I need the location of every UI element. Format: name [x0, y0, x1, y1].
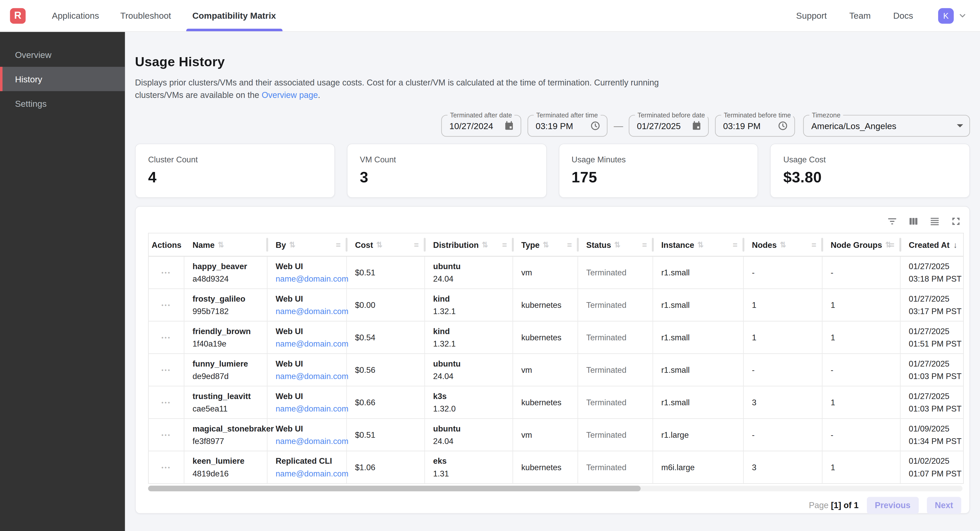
cell-nodes-value: -	[752, 429, 818, 441]
columns-icon[interactable]	[907, 216, 919, 227]
column-menu-icon[interactable]: =	[642, 240, 647, 249]
email-link[interactable]: name@domain.com	[276, 338, 342, 350]
created-by-source: Web UI	[276, 390, 342, 403]
column-menu-icon[interactable]: =	[414, 240, 419, 249]
sidebar-item-overview[interactable]: Overview	[0, 42, 125, 67]
nav-item-compatibility-matrix[interactable]: Compatibility Matrix	[186, 0, 282, 31]
timezone-value: America/Los_Angeles	[811, 121, 952, 131]
column-header-actions[interactable]: Actions	[149, 233, 185, 256]
column-header-label: Nodes	[752, 240, 776, 249]
cell-cost-value: $0.00	[355, 299, 420, 311]
clock-icon[interactable]	[777, 120, 788, 131]
cell-cost-value: $0.51	[355, 266, 420, 279]
terminated-after-date-input[interactable]: Terminated after date 10/27/2024	[441, 115, 522, 137]
terminated-before-time-input[interactable]: Terminated before time 03:19 PM	[715, 115, 795, 137]
distribution-version: 1.32.1	[433, 338, 509, 350]
sidebar-item-settings[interactable]: Settings	[0, 91, 125, 116]
terminated-before-date-label: Terminated before date	[635, 111, 708, 119]
account-menu[interactable]: K	[938, 8, 967, 24]
email-link[interactable]: name@domain.com	[276, 435, 342, 447]
column-menu-icon[interactable]: =	[567, 240, 572, 249]
email-link[interactable]: name@domain.com	[276, 468, 342, 480]
row-actions-button[interactable]: •••	[149, 354, 185, 386]
row-actions-button[interactable]: •••	[149, 257, 185, 288]
next-page-button[interactable]: Next	[927, 497, 961, 514]
calendar-icon[interactable]	[504, 120, 514, 131]
nav-link-docs[interactable]: Docs	[893, 11, 913, 21]
description-line1: Displays prior clusters/VMs and their as…	[135, 78, 659, 87]
replicated-logo-icon[interactable]: R	[10, 8, 25, 24]
column-header-nodes[interactable]: Nodes⇅=	[744, 233, 822, 256]
email-link[interactable]: name@domain.com	[276, 403, 342, 415]
cell-node-groups: 1	[822, 289, 900, 321]
sidebar-item-history[interactable]: History	[0, 67, 125, 91]
column-header-label: Cost	[355, 240, 373, 249]
column-header-status[interactable]: Status⇅=	[578, 233, 653, 256]
column-menu-icon[interactable]: =	[502, 240, 507, 249]
app-window: R Applications Troubleshoot Compatibilit…	[0, 0, 980, 531]
column-header-created-at[interactable]: Created At↓	[900, 233, 963, 256]
column-menu-icon[interactable]: =	[890, 240, 894, 249]
column-menu-icon[interactable]: =	[336, 240, 340, 249]
nav-link-team[interactable]: Team	[849, 11, 870, 21]
avatar[interactable]: K	[938, 8, 954, 24]
horizontal-scrollbar[interactable]	[148, 486, 963, 491]
cell-by: Web UIname@domain.com	[267, 354, 347, 386]
fullscreen-icon[interactable]	[950, 216, 961, 227]
terminated-before-date-value: 01/27/2025	[637, 121, 686, 131]
column-header-type[interactable]: Type⇅=	[513, 233, 578, 256]
table-row: •••friendly_brown1f40a19eWeb UIname@doma…	[149, 322, 963, 354]
cluster-id: 995b7182	[192, 305, 263, 317]
column-header-instance[interactable]: Instance⇅=	[653, 233, 744, 256]
created-time: 03:18 PM PST	[909, 273, 959, 285]
email-link[interactable]: name@domain.com	[276, 305, 342, 317]
sort-icon: ⇅	[289, 240, 296, 249]
column-menu-icon[interactable]: =	[733, 240, 737, 249]
column-header-by[interactable]: By⇅=	[267, 233, 347, 256]
cell-created-at: 01/02/202501:07 PM PST	[900, 451, 963, 483]
cell-nodes: -	[744, 257, 822, 288]
page-indicator: Page [1] of 1	[809, 500, 859, 510]
pagination: Page [1] of 1 Previous Next	[148, 491, 961, 519]
cluster-name: frosty_galileo	[192, 293, 263, 305]
email-link[interactable]: name@domain.com	[276, 273, 342, 285]
cell-status-value: Terminated	[586, 331, 649, 344]
cluster-id: de9ed87d	[192, 370, 263, 382]
density-icon[interactable]	[929, 216, 940, 227]
stat-value: 4	[148, 169, 322, 186]
column-header-node-groups[interactable]: Node Groups⇅=	[822, 233, 900, 256]
created-date: 01/27/2025	[909, 390, 959, 403]
ellipsis-icon: •••	[162, 461, 171, 474]
scrollbar-thumb[interactable]	[148, 486, 641, 491]
row-actions-button[interactable]: •••	[149, 451, 185, 483]
cell-status: Terminated	[578, 289, 653, 321]
column-header-distribution[interactable]: Distribution⇅=	[425, 233, 513, 256]
sort-icon: ⇅	[697, 240, 703, 249]
cell-status-value: Terminated	[586, 461, 649, 474]
email-link[interactable]: name@domain.com	[276, 370, 342, 382]
overview-page-link[interactable]: Overview page	[262, 90, 318, 100]
column-header-cost[interactable]: Cost⇅=	[347, 233, 425, 256]
cell-name: friendly_brown1f40a19e	[185, 322, 267, 353]
row-actions-button[interactable]: •••	[149, 322, 185, 353]
cell-created-at: 01/27/202503:18 PM PST	[900, 257, 963, 288]
clock-icon[interactable]	[590, 120, 601, 131]
nav-item-troubleshoot[interactable]: Troubleshoot	[114, 0, 177, 31]
nav-item-applications[interactable]: Applications	[46, 0, 105, 31]
nav-link-support[interactable]: Support	[796, 11, 827, 21]
timezone-select[interactable]: Timezone America/Los_Angeles	[803, 115, 970, 137]
distribution-version: 24.04	[433, 273, 509, 285]
terminated-after-time-input[interactable]: Terminated after time 03:19 PM	[527, 115, 608, 137]
terminated-before-date-input[interactable]: Terminated before date 01/27/2025	[628, 115, 709, 137]
filter-icon[interactable]	[886, 216, 897, 227]
row-actions-button[interactable]: •••	[149, 386, 185, 418]
row-actions-button[interactable]: •••	[149, 289, 185, 321]
cell-status-value: Terminated	[586, 364, 649, 376]
previous-page-button[interactable]: Previous	[867, 497, 919, 514]
calendar-icon[interactable]	[691, 120, 702, 131]
cell-by: Web UIname@domain.com	[267, 257, 347, 288]
cell-status-value: Terminated	[586, 266, 649, 279]
column-header-name[interactable]: Name⇅	[185, 233, 267, 256]
column-menu-icon[interactable]: =	[811, 240, 816, 249]
row-actions-button[interactable]: •••	[149, 419, 185, 451]
